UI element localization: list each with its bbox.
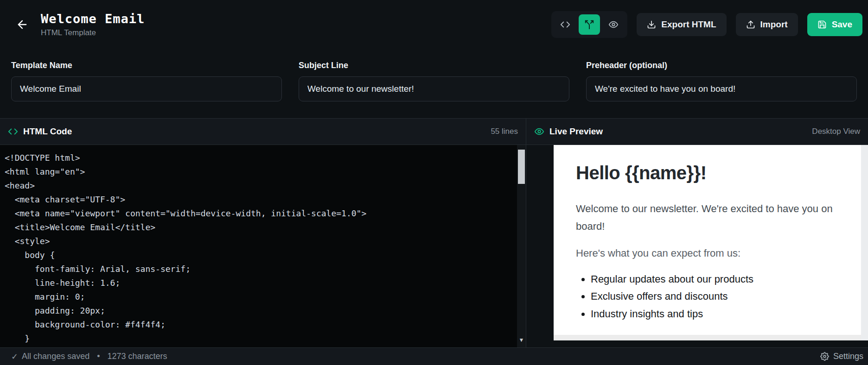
top-bar: Welcome Email HTML Template (0, 0, 868, 49)
status-bar: ✓ All changes saved • 1273 characters Se… (0, 347, 868, 365)
template-meta-form: Template Name Subject Line Preheader (op… (0, 49, 868, 118)
code-line[interactable]: <head> (5, 179, 512, 193)
save-status: ✓ All changes saved (11, 352, 89, 362)
top-bar-actions: Export HTML Import Save (551, 11, 862, 38)
save-status-text: All changes saved (22, 352, 89, 361)
split-view-button[interactable] (579, 14, 600, 35)
code-line[interactable]: } (5, 332, 512, 346)
gear-icon (820, 352, 829, 361)
page-subtitle: HTML Template (41, 28, 145, 38)
email-background-strip (554, 335, 861, 340)
code-content[interactable]: <!DOCTYPE html><html lang="en"><head> <m… (0, 145, 526, 346)
email-heading: Hello {{name}}! (576, 163, 836, 183)
code-line[interactable]: font-family: Arial, sans-serif; (5, 262, 512, 276)
character-count: 1273 characters (108, 352, 167, 361)
eye-icon (608, 19, 619, 30)
email-template-editor: Welcome Email HTML Template (0, 0, 868, 365)
email-intro-paragraph: Welcome to our newsletter. We're excited… (576, 200, 836, 235)
view-mode-toggle-group (551, 11, 627, 38)
code-panel: HTML Code 55 lines <!DOCTYPE html><html … (0, 119, 526, 347)
title-block: Welcome Email HTML Template (41, 12, 145, 38)
line-count-badge: 55 lines (491, 127, 518, 136)
code-scrollbar-thumb[interactable] (518, 150, 525, 184)
code-icon (8, 126, 18, 137)
check-icon: ✓ (11, 352, 18, 362)
preview-view-button[interactable] (603, 14, 624, 35)
code-line[interactable]: margin: 0; (5, 290, 512, 304)
import-button[interactable]: Import (736, 13, 798, 36)
code-line[interactable]: <html lang="en"> (5, 165, 512, 179)
email-bullet-item: Exclusive offers and discounts (591, 288, 836, 305)
save-icon (817, 20, 827, 29)
code-icon (560, 19, 570, 30)
code-line[interactable]: line-height: 1.6; (5, 276, 512, 290)
split-view-icon (584, 19, 594, 30)
settings-button[interactable]: Settings (820, 352, 863, 361)
preview-panel-title: Live Preview (549, 126, 603, 137)
preheader-label: Preheader (optional) (586, 61, 857, 70)
template-name-field-group: Template Name (11, 61, 282, 101)
preheader-field-group: Preheader (optional) (586, 61, 857, 101)
template-name-input[interactable] (11, 76, 282, 101)
code-line[interactable]: <meta charset="UTF-8"> (5, 193, 512, 207)
preheader-input[interactable] (586, 76, 857, 101)
code-line[interactable]: <!DOCTYPE html> (5, 151, 512, 165)
live-preview-panel: Live Preview Desktop View Hello {{name}}… (526, 119, 868, 347)
code-editor[interactable]: <!DOCTYPE html><html lang="en"><head> <m… (0, 145, 526, 347)
status-separator: • (97, 352, 100, 361)
upload-icon (746, 20, 755, 29)
email-content: Hello {{name}}! Welcome to our newslette… (554, 145, 868, 323)
email-bullet-list: Regular updates about our productsExclus… (591, 271, 836, 323)
preview-mode-label: Desktop View (812, 127, 860, 136)
settings-label: Settings (833, 352, 863, 361)
preview-body: Hello {{name}}! Welcome to our newslette… (526, 145, 868, 347)
page-title: Welcome Email (41, 12, 145, 26)
email-expect-paragraph: Here's what you can expect from us: (576, 247, 836, 259)
export-html-label: Export HTML (661, 19, 716, 30)
code-line[interactable]: background-color: #f4f4f4; (5, 318, 512, 332)
subject-line-field-group: Subject Line (299, 61, 569, 101)
subject-line-label: Subject Line (299, 61, 569, 70)
eye-icon (534, 126, 544, 137)
preview-scrollbar[interactable] (861, 145, 868, 340)
email-bullet-item: Regular updates about our products (591, 271, 836, 288)
code-line[interactable]: body { (5, 248, 512, 262)
scroll-down-arrow-icon[interactable]: ▼ (517, 333, 526, 347)
template-name-label: Template Name (11, 61, 282, 70)
code-line[interactable]: <style> (5, 234, 512, 248)
status-left: ✓ All changes saved • 1273 characters (11, 352, 167, 362)
export-html-button[interactable]: Export HTML (637, 13, 726, 36)
code-line[interactable]: padding: 20px; (5, 304, 512, 318)
subject-line-input[interactable] (299, 76, 569, 101)
split-view: HTML Code 55 lines <!DOCTYPE html><html … (0, 118, 868, 347)
code-scrollbar[interactable]: ▼ (517, 145, 526, 347)
code-view-button[interactable] (555, 14, 576, 35)
preview-panel-header: Live Preview Desktop View (526, 119, 868, 145)
arrow-left-icon (16, 18, 29, 31)
save-label: Save (832, 19, 852, 30)
code-panel-header: HTML Code 55 lines (0, 119, 526, 145)
code-panel-title: HTML Code (23, 126, 72, 137)
download-icon (647, 20, 656, 29)
rendered-email: Hello {{name}}! Welcome to our newslette… (554, 145, 868, 340)
code-line[interactable]: <title>Welcome Email</title> (5, 220, 512, 234)
import-label: Import (760, 19, 788, 30)
back-button[interactable] (11, 13, 33, 36)
email-bullet-item: Industry insights and tips (591, 305, 836, 323)
code-line[interactable]: <meta name="viewport" content="width=dev… (5, 207, 512, 220)
save-button[interactable]: Save (807, 13, 862, 36)
